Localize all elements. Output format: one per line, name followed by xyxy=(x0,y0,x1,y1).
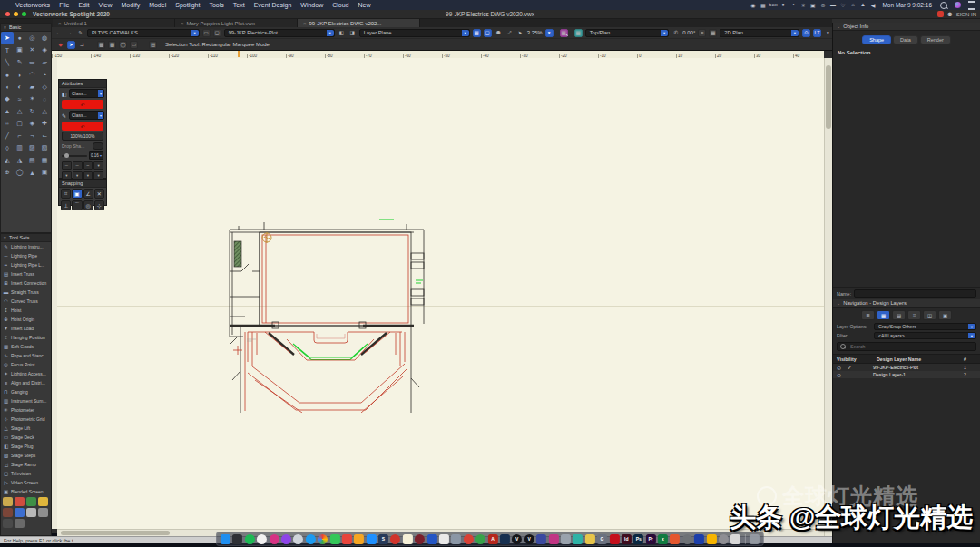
layer-row[interactable]: ⊙ ✓ 99-JKP-Electrics-Plot 1 xyxy=(833,364,980,371)
zoom-level-value[interactable]: 3.35% xyxy=(527,30,543,35)
snapping-header[interactable]: Snapping xyxy=(59,180,106,188)
tool-set-item[interactable]: ◎ Focus Point xyxy=(1,360,51,369)
tool-icon[interactable]: ✎ xyxy=(14,56,26,69)
pen-style-dropdown[interactable]: Class...▾ xyxy=(69,111,104,120)
class-tool-icon[interactable]: ✎ xyxy=(76,29,84,37)
tool-set-item[interactable]: ▣ Blended Screen xyxy=(1,487,51,496)
dock-app-icon[interactable] xyxy=(451,534,461,544)
dock-app-icon[interactable] xyxy=(682,534,692,544)
navigation-header[interactable]: ⌄ Navigation - Design Layers xyxy=(833,299,980,308)
line-style-button[interactable]: ╌ xyxy=(83,161,93,170)
menu-item[interactable]: Window xyxy=(296,2,328,8)
status-icon[interactable]: ♡ xyxy=(838,2,848,8)
dock-app-icon[interactable] xyxy=(548,534,558,544)
snap-toggle[interactable]: ⊹ xyxy=(94,200,104,210)
dock-app-icon[interactable] xyxy=(573,534,583,544)
back-icon[interactable]: ← xyxy=(54,29,63,37)
tool-set-item[interactable]: ▢ Television xyxy=(1,469,51,478)
tool-icon[interactable]: ¬ xyxy=(26,130,39,142)
tool-icon[interactable]: ▰ xyxy=(26,81,39,93)
name-field[interactable] xyxy=(854,289,976,298)
navigation-mode-button[interactable]: ▣ xyxy=(938,310,952,320)
line-style-button[interactable]: ─ xyxy=(62,161,72,170)
tool-color-icon[interactable]: ◆ xyxy=(56,41,64,49)
tool-set-item[interactable]: ▭ Stage Deck xyxy=(1,433,51,442)
user-origin-icon[interactable]: ⚉ xyxy=(495,29,503,37)
rotation-value[interactable]: 0.00° xyxy=(682,30,695,35)
tool-set-item[interactable]: ≡ Align and Distri... xyxy=(1,378,51,387)
forward-icon[interactable]: → xyxy=(65,29,74,37)
document-tab[interactable]: × Mary Poppins Light Plot.vwx xyxy=(175,19,298,27)
tool-set-item[interactable]: ╍ Lighting Pipe L... xyxy=(1,260,51,269)
tool-set-grid-icon[interactable] xyxy=(3,497,13,506)
marquee-mode-icon-2[interactable]: ▩ xyxy=(108,41,116,49)
tool-icon[interactable]: ◐ xyxy=(14,81,26,93)
dock-app-icon[interactable] xyxy=(342,534,352,544)
tool-set-item[interactable]: ─ Lighting Pipe xyxy=(1,251,51,260)
grid-toggle-icon[interactable]: ▦ xyxy=(473,29,481,37)
menu-item[interactable]: File xyxy=(54,2,74,8)
opacity-button[interactable]: 100%/100% xyxy=(62,132,103,141)
layer-split-icon-2[interactable]: ◨ xyxy=(348,29,357,37)
dock-app-icon[interactable]: Ps xyxy=(633,534,643,544)
dock-app-icon[interactable] xyxy=(609,534,619,544)
tool-icon[interactable]: ≈ xyxy=(14,93,26,106)
line-weight-slider[interactable] xyxy=(62,155,87,157)
menu-item[interactable]: Vectorworks xyxy=(11,2,54,8)
render-mode-dropdown[interactable]: 2D Plan ▾ xyxy=(720,29,799,37)
layer-options-dropdown[interactable]: Gray/Snap Others▾ xyxy=(874,323,976,330)
more-chevron-icon[interactable]: ▾ xyxy=(824,29,832,37)
tool-set-item[interactable]: ▥ Instrument Sum... xyxy=(1,396,51,405)
dock-app-icon[interactable] xyxy=(536,534,546,544)
tool-icon[interactable]: △ xyxy=(14,105,26,118)
menu-item[interactable]: Event Design xyxy=(250,2,297,8)
line-type-button[interactable]: LT xyxy=(813,29,821,37)
object-info-tab[interactable]: Render xyxy=(920,35,951,44)
dock-app-icon[interactable]: S xyxy=(378,534,388,544)
snap-toggle[interactable]: ∠ xyxy=(83,189,93,199)
menu-item[interactable]: Tools xyxy=(204,2,228,8)
visibility-eye-icon[interactable]: ⊙ xyxy=(802,29,810,37)
navigation-mode-button[interactable]: ⌗ xyxy=(907,310,921,320)
pane-view-icon[interactable]: ▦ xyxy=(709,29,717,37)
status-icon[interactable]: ◉ xyxy=(748,2,758,8)
tool-set-item[interactable]: ▨ Stage Steps xyxy=(1,451,51,460)
working-plane-dropdown[interactable]: Layer Plane ▾ xyxy=(359,29,470,37)
dock-app-icon[interactable] xyxy=(427,534,437,544)
dock-app-icon[interactable] xyxy=(730,534,740,544)
tool-icon[interactable]: ⊕ xyxy=(1,167,14,180)
tool-icon[interactable]: ▲ xyxy=(1,105,14,118)
tool-icon[interactable]: ✚ xyxy=(38,118,51,131)
tool-set-item[interactable]: ▤ Insert Truss xyxy=(1,269,51,278)
dock-app-icon[interactable] xyxy=(329,534,339,544)
tool-icon[interactable]: ▭ xyxy=(26,56,39,69)
dock-app-icon[interactable] xyxy=(220,534,230,544)
dock-app-icon[interactable] xyxy=(390,534,400,544)
tool-set-item[interactable]: ↧ Hoist xyxy=(1,306,51,315)
dock-app-icon[interactable] xyxy=(585,534,595,544)
active-layer-dropdown[interactable]: 99-JKP Electrics-Plot ▾ xyxy=(224,29,335,37)
box-icon[interactable]: ▢ xyxy=(213,29,221,37)
tool-set-item[interactable]: ✳ Photometer xyxy=(1,405,51,415)
pen-icon[interactable]: ✎ xyxy=(61,112,67,119)
tool-icon[interactable]: ◌ xyxy=(38,93,51,106)
navigation-mode-button[interactable]: ▦ xyxy=(877,310,890,320)
class-options-icon[interactable]: ▦ xyxy=(560,29,568,37)
menu-item[interactable]: Model xyxy=(144,2,171,8)
status-icon[interactable]: ⌂ xyxy=(848,2,858,8)
active-class-dropdown[interactable]: PLTVS CATWALKS ▾ xyxy=(87,29,200,37)
lasso-marquee-icon[interactable]: ▭ xyxy=(130,41,138,49)
sign-in-area[interactable]: ⚉ SIGN IN xyxy=(937,11,976,17)
tool-set-item[interactable]: △ Stage Lift xyxy=(1,424,51,433)
layer-search[interactable] xyxy=(837,342,976,351)
tool-set-grid-icon[interactable] xyxy=(15,519,24,528)
tool-set-item[interactable]: ▼ Insert Load xyxy=(1,324,51,333)
dock-app-icon[interactable] xyxy=(561,534,571,544)
status-icon[interactable]: ◀ xyxy=(867,2,877,8)
dock-app-icon[interactable] xyxy=(245,534,255,544)
menu-item[interactable]: New xyxy=(354,2,376,8)
menu-item[interactable]: Text xyxy=(229,2,250,8)
dock-app-icon[interactable] xyxy=(415,534,425,544)
dock-app-icon[interactable]: x xyxy=(658,534,668,544)
status-icon[interactable]: ▲ xyxy=(858,2,867,8)
